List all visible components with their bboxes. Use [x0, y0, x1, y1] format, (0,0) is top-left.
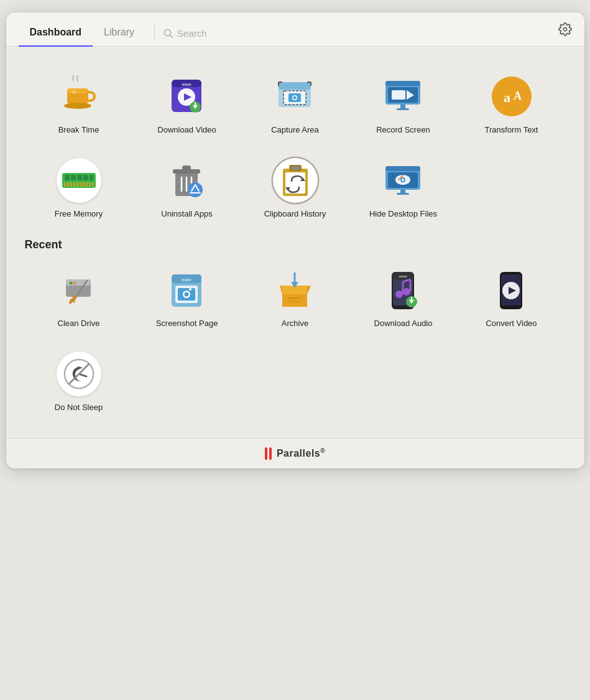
tool-capture-area[interactable]: Capture Area: [241, 64, 349, 142]
clipboard-history-icon: [273, 158, 318, 203]
convert-video-label: Convert Video: [486, 319, 537, 329]
svg-rect-54: [182, 166, 191, 170]
main-content: Break Time www: [6, 47, 584, 438]
tool-convert-video[interactable]: Convert Video: [458, 258, 566, 335]
svg-text:www: www: [181, 278, 191, 282]
archive-label: Archive: [282, 319, 308, 329]
transform-text-label: Transform Text: [485, 125, 538, 136]
svg-point-20: [293, 96, 296, 100]
svg-text:A: A: [514, 90, 522, 102]
tab-divider: [154, 25, 155, 39]
svg-rect-4: [67, 88, 88, 93]
recent-grid-2: Do Not Sleep: [25, 342, 566, 419]
tool-uninstall-apps[interactable]: Uninstall Apps: [133, 148, 241, 226]
svg-text:a: a: [504, 90, 510, 105]
tool-break-time[interactable]: Break Time: [25, 64, 133, 142]
capture-area-icon: [273, 74, 318, 119]
svg-point-86: [184, 292, 188, 296]
svg-point-96: [395, 291, 403, 298]
tool-record-screen[interactable]: Record Screen: [349, 64, 458, 142]
app-window: Dashboard Library Search: [6, 12, 584, 469]
svg-point-78: [73, 281, 76, 284]
search-placeholder: Search: [177, 28, 207, 39]
search-icon: [164, 29, 173, 39]
screenshot-page-icon: www: [165, 268, 210, 312]
svg-rect-46: [76, 182, 78, 187]
svg-line-1: [170, 35, 172, 37]
tab-dashboard[interactable]: Dashboard: [19, 22, 93, 47]
svg-rect-74: [397, 193, 409, 195]
svg-rect-50: [89, 182, 91, 187]
download-audio-icon: www: [381, 268, 426, 312]
tool-archive[interactable]: Archive: [241, 258, 349, 335]
svg-rect-103: [411, 297, 412, 301]
tool-download-audio[interactable]: www Download Audio: [349, 258, 458, 335]
tool-clipboard-history[interactable]: Clipboard History: [241, 148, 349, 226]
recent-heading: Recent: [25, 238, 566, 251]
svg-rect-38: [71, 175, 76, 180]
break-time-icon: [57, 74, 101, 119]
clipboard-history-label: Clipboard History: [264, 209, 326, 220]
svg-text:www: www: [181, 82, 191, 86]
svg-rect-14: [195, 102, 196, 106]
footer: Parallels®: [6, 438, 584, 469]
parallels-registered: ®: [320, 447, 325, 454]
tool-transform-text[interactable]: a A Transform Text: [458, 64, 566, 142]
svg-point-97: [403, 288, 410, 296]
clean-drive-label: Clean Drive: [58, 319, 100, 329]
header: Dashboard Library Search: [6, 12, 584, 47]
download-video-icon: www: [165, 74, 210, 119]
clean-drive-icon: [57, 268, 101, 312]
svg-rect-62: [292, 166, 299, 170]
svg-rect-47: [80, 182, 81, 187]
tools-grid: Break Time www: [25, 64, 566, 226]
do-not-sleep-label: Do Not Sleep: [55, 403, 103, 413]
svg-rect-48: [83, 182, 85, 187]
tab-bar: Dashboard Library: [19, 21, 145, 46]
tab-library[interactable]: Library: [93, 22, 145, 47]
svg-rect-44: [70, 182, 72, 187]
tool-screenshot-page[interactable]: www Screenshot Page: [133, 258, 241, 335]
record-screen-icon: [381, 74, 426, 119]
search-area[interactable]: Search: [164, 28, 207, 46]
svg-rect-16: [279, 82, 311, 90]
svg-rect-53: [173, 169, 200, 174]
svg-rect-43: [67, 182, 69, 187]
do-not-sleep-icon: [57, 352, 101, 396]
tool-download-video[interactable]: www Download Video: [133, 64, 241, 142]
free-memory-icon: [57, 158, 101, 203]
tool-clean-drive[interactable]: Clean Drive: [25, 258, 133, 335]
parallels-bar-1: [265, 447, 267, 460]
svg-point-33: [492, 77, 532, 116]
gear-button[interactable]: [558, 22, 572, 46]
svg-rect-40: [83, 175, 88, 180]
download-video-label: Download Video: [157, 125, 216, 136]
tool-hide-desktop-files[interactable]: Hide Desktop Files: [349, 148, 458, 226]
svg-rect-37: [65, 175, 70, 180]
free-memory-label: Free Memory: [55, 209, 103, 220]
capture-area-label: Capture Area: [271, 125, 319, 136]
screenshot-page-label: Screenshot Page: [156, 319, 218, 329]
tool-free-memory[interactable]: Free Memory: [25, 148, 133, 226]
svg-rect-67: [385, 166, 420, 171]
svg-rect-32: [397, 108, 409, 110]
svg-point-2: [563, 27, 567, 31]
record-screen-label: Record Screen: [376, 125, 430, 136]
svg-rect-51: [92, 182, 94, 187]
svg-point-77: [69, 281, 72, 284]
tool-do-not-sleep[interactable]: Do Not Sleep: [25, 342, 133, 419]
download-audio-label: Download Audio: [374, 319, 433, 329]
svg-point-5: [64, 103, 91, 109]
svg-rect-49: [86, 182, 88, 187]
break-time-label: Break Time: [58, 125, 99, 136]
svg-rect-73: [400, 190, 405, 193]
svg-rect-41: [90, 175, 93, 180]
convert-video-icon: [489, 268, 534, 312]
svg-rect-42: [64, 182, 66, 187]
hide-desktop-files-label: Hide Desktop Files: [369, 209, 437, 220]
parallels-bar-2: [269, 447, 272, 460]
svg-rect-29: [392, 90, 405, 100]
svg-rect-27: [385, 81, 420, 86]
svg-point-6: [71, 90, 76, 94]
archive-icon: [273, 268, 318, 312]
